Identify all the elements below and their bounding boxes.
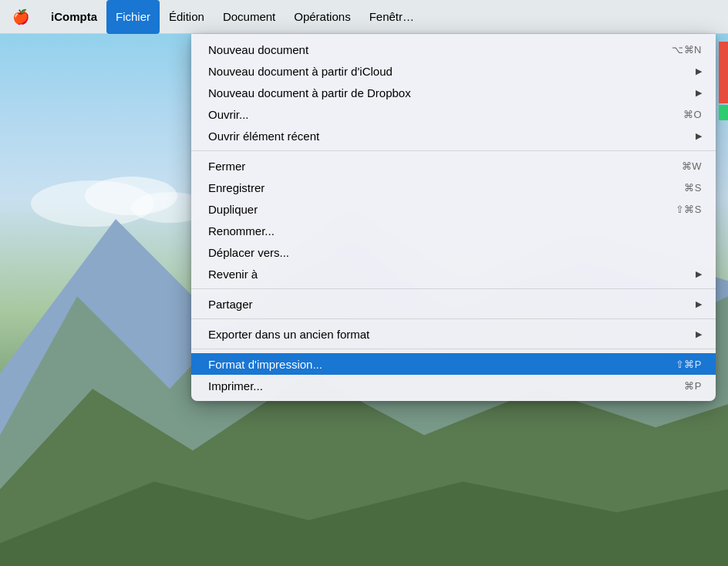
chevron-right-icon: ▶ <box>696 131 702 141</box>
menu-format-impression-shortcut: ⇧⌘P <box>676 359 702 370</box>
menu-renommer-label: Renommer... <box>208 224 702 238</box>
chevron-right-icon: ▶ <box>696 329 702 339</box>
menu-renommer[interactable]: Renommer... <box>191 220 716 241</box>
menu-imprimer-label: Imprimer... <box>208 379 669 392</box>
menu-ouvrir[interactable]: Ouvrir... ⌘O <box>191 103 716 125</box>
chevron-right-icon: ▶ <box>696 299 702 309</box>
menubar-document[interactable]: Document <box>214 0 285 34</box>
menu-enregistrer-shortcut: ⌘S <box>684 182 702 194</box>
separator-1 <box>191 150 716 151</box>
menu-fermer[interactable]: Fermer ⌘W <box>191 155 716 177</box>
chevron-right-icon: ▶ <box>696 66 702 76</box>
menu-nouveau-dropbox-label: Nouveau document à partir de Dropbox <box>208 86 693 99</box>
menu-enregistrer-label: Enregistrer <box>208 181 669 194</box>
menu-nouveau-dropbox[interactable]: Nouveau document à partir de Dropbox ▶ <box>191 82 716 103</box>
menu-ouvrir-shortcut: ⌘O <box>683 109 702 120</box>
chevron-right-icon: ▶ <box>696 88 702 98</box>
traffic-lights <box>719 42 728 120</box>
app-name[interactable]: iCompta <box>42 0 106 34</box>
menubar-fichier[interactable]: Fichier <box>106 0 160 34</box>
chevron-right-icon: ▶ <box>696 269 702 279</box>
menu-dupliquer[interactable]: Dupliquer ⇧⌘S <box>191 198 716 220</box>
separator-3 <box>191 318 716 319</box>
separator-2 <box>191 288 716 289</box>
apple-menu[interactable]: 🍎 <box>0 0 42 34</box>
menu-ouvrir-label: Ouvrir... <box>208 108 668 121</box>
menu-dupliquer-label: Dupliquer <box>208 203 660 216</box>
menu-partager[interactable]: Partager ▶ <box>191 293 716 315</box>
menu-deplacer-label: Déplacer vers... <box>208 246 702 259</box>
menu-exporter-label: Exporter dans un ancien format <box>208 328 693 341</box>
menu-revenir[interactable]: Revenir à ▶ <box>191 263 716 285</box>
menu-dupliquer-shortcut: ⇧⌘S <box>676 204 702 215</box>
fichier-dropdown: Nouveau document ⌥⌘N Nouveau document à … <box>191 34 716 401</box>
menu-format-impression[interactable]: Format d'impression... ⇧⌘P <box>191 353 716 375</box>
menu-exporter[interactable]: Exporter dans un ancien format ▶ <box>191 323 716 345</box>
separator-4 <box>191 349 716 349</box>
menubar-operations[interactable]: Opérations <box>285 0 359 34</box>
traffic-red <box>719 42 728 103</box>
menu-ouvrir-recent[interactable]: Ouvrir élément récent ▶ <box>191 125 716 147</box>
traffic-green <box>719 105 728 120</box>
menu-nouveau-doc-shortcut: ⌥⌘N <box>672 44 702 56</box>
menu-nouveau-doc[interactable]: Nouveau document ⌥⌘N <box>191 39 716 60</box>
menu-nouveau-doc-label: Nouveau document <box>208 43 656 56</box>
apple-icon: 🍎 <box>12 8 29 25</box>
menu-nouveau-icloud-label: Nouveau document à partir d'iCloud <box>208 65 693 78</box>
menu-fermer-label: Fermer <box>208 160 666 173</box>
menu-format-impression-label: Format d'impression... <box>208 358 660 371</box>
menu-ouvrir-recent-label: Ouvrir élément récent <box>208 130 693 143</box>
menubar: 🍎 iCompta Fichier Édition Document Opéra… <box>0 0 728 34</box>
menu-enregistrer[interactable]: Enregistrer ⌘S <box>191 177 716 198</box>
menu-fermer-shortcut: ⌘W <box>682 160 702 172</box>
menu-revenir-label: Revenir à <box>208 268 693 281</box>
menu-imprimer-shortcut: ⌘P <box>684 380 702 392</box>
menubar-edition[interactable]: Édition <box>160 0 214 34</box>
menubar-fenetres[interactable]: Fenêtr… <box>360 0 423 34</box>
menu-partager-label: Partager <box>208 298 693 311</box>
menu-deplacer[interactable]: Déplacer vers... <box>191 241 716 263</box>
menu-nouveau-icloud[interactable]: Nouveau document à partir d'iCloud ▶ <box>191 60 716 82</box>
menu-imprimer[interactable]: Imprimer... ⌘P <box>191 375 716 396</box>
